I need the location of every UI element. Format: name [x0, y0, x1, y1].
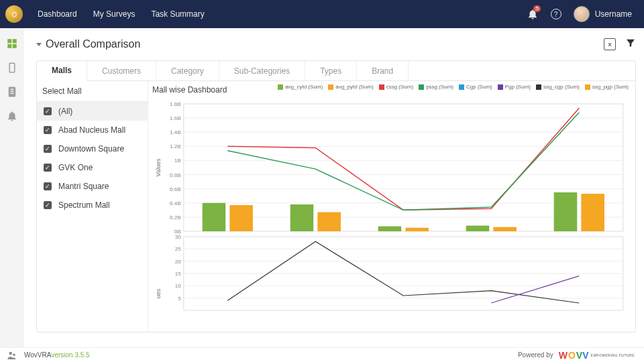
top-nav: Dashboard My Surveys Task Summary — [38, 9, 205, 19]
mall-label: Abad Nucleus Mall — [58, 125, 125, 135]
vendor-logo: WOVV EMPOWERING FUTURE — [559, 350, 635, 361]
svg-text:0.4B: 0.4B — [170, 200, 181, 206]
mall-option[interactable]: Mantri Square — [37, 177, 148, 196]
mall-option[interactable]: GVK One — [37, 158, 148, 177]
svg-rect-36 — [581, 194, 604, 231]
tab-malls[interactable]: Malls — [37, 61, 87, 81]
funnel-icon — [625, 38, 636, 48]
svg-rect-34 — [493, 227, 517, 231]
sidebar-clipboard2-icon[interactable] — [6, 86, 18, 98]
svg-text:20: 20 — [175, 259, 182, 265]
svg-text:0.2B: 0.2B — [170, 215, 181, 221]
svg-text:Values: Values — [155, 158, 162, 176]
help-button[interactable]: ? — [551, 9, 561, 19]
svg-text:25: 25 — [175, 246, 182, 252]
checkbox-checked-icon — [44, 182, 52, 190]
username-label[interactable]: Username — [595, 9, 632, 19]
checkbox-checked-icon — [44, 107, 52, 115]
avatar[interactable] — [574, 6, 590, 22]
mall-selector: Select Mall (All) Abad Nucleus Mall Down… — [37, 81, 148, 332]
footer: WovVRA version 3.5.5 Powered by WOVV EMP… — [0, 347, 644, 362]
svg-text:0.8B: 0.8B — [170, 172, 181, 178]
svg-text:0.6B: 0.6B — [170, 186, 181, 192]
svg-rect-29 — [290, 204, 314, 231]
checkbox-checked-icon — [44, 201, 52, 209]
top-bar: ⌬ Dashboard My Surveys Task Summary 5 ? … — [0, 0, 644, 28]
mall-label: Downtown Square — [58, 144, 124, 154]
sidebar-dashboard-icon[interactable] — [6, 38, 18, 50]
svg-rect-1 — [13, 39, 17, 43]
export-excel-button[interactable]: X — [604, 38, 616, 50]
svg-text:30: 30 — [175, 234, 182, 240]
powered-by-label: Powered by — [518, 351, 553, 359]
svg-text:1.4B: 1.4B — [170, 129, 181, 135]
mall-option[interactable]: Downtown Square — [37, 139, 148, 158]
svg-rect-35 — [554, 192, 578, 231]
svg-rect-2 — [7, 44, 11, 48]
svg-rect-27 — [203, 203, 226, 231]
nav-dashboard[interactable]: Dashboard — [38, 9, 77, 19]
svg-text:ues: ues — [155, 288, 162, 298]
svg-text:1B: 1B — [174, 158, 181, 164]
version-label: version 3.5.5 — [51, 351, 89, 359]
mall-label: (All) — [58, 107, 72, 116]
svg-text:15: 15 — [175, 271, 182, 277]
mall-label: GVK One — [58, 163, 93, 172]
page-title: Overall Comparison — [46, 38, 140, 50]
svg-rect-30 — [317, 213, 341, 232]
product-name: WovVRA — [24, 351, 51, 359]
mall-label: Mantri Square — [58, 182, 109, 191]
tab-sub-categories[interactable]: Sub-Categories — [219, 61, 305, 80]
chart-svg: 0B0.2B0.4B0.6B0.8B1B1.2B1.4B1.6B1.8BValu… — [152, 96, 630, 324]
comparison-card: Malls Customers Category Sub-Categories … — [36, 60, 636, 333]
checkbox-checked-icon — [44, 164, 52, 172]
tab-brand[interactable]: Brand — [357, 61, 409, 80]
left-sidebar — [0, 28, 24, 347]
svg-point-51 — [13, 353, 15, 355]
card-tabs: Malls Customers Category Sub-Categories … — [37, 61, 635, 81]
chart-legend: avg_cytd (Sum)avg_pytd (Sum)cssg (Sum)ps… — [278, 84, 629, 90]
notification-badge: 5 — [533, 5, 540, 12]
sidebar-clipboard1-icon[interactable] — [6, 62, 18, 74]
filter-button[interactable] — [625, 38, 636, 51]
notifications-button[interactable]: 5 — [527, 8, 539, 20]
tab-category[interactable]: Category — [156, 61, 219, 80]
brand-logo: ⌬ — [5, 5, 23, 23]
svg-rect-28 — [229, 205, 253, 231]
mall-option-all[interactable]: (All) — [37, 102, 148, 121]
svg-text:5: 5 — [178, 296, 181, 302]
collapse-caret-icon[interactable] — [36, 43, 42, 46]
sidebar-bell-icon[interactable] — [6, 110, 18, 122]
svg-rect-33 — [466, 226, 490, 231]
page-header: Overall Comparison X — [36, 35, 636, 54]
chart-area: Mall wise Dashboard avg_cytd (Sum)avg_py… — [148, 81, 635, 332]
svg-point-50 — [9, 351, 13, 355]
nav-task-summary[interactable]: Task Summary — [151, 9, 204, 19]
nav-my-surveys[interactable]: My Surveys — [93, 9, 136, 19]
mall-option[interactable]: Abad Nucleus Mall — [37, 121, 148, 139]
svg-text:10: 10 — [175, 283, 182, 289]
page-content: Overall Comparison X Malls Customers Cat… — [24, 28, 644, 347]
footer-users-icon — [5, 349, 19, 361]
tab-types[interactable]: Types — [305, 61, 357, 80]
svg-rect-32 — [405, 228, 429, 231]
checkbox-checked-icon — [44, 126, 52, 134]
svg-rect-0 — [7, 39, 11, 43]
svg-text:1.2B: 1.2B — [170, 143, 181, 149]
svg-text:1.8B: 1.8B — [170, 101, 181, 107]
checkbox-checked-icon — [44, 145, 52, 153]
mall-selector-title: Select Mall — [37, 81, 148, 102]
mall-label: Spectrum Mall — [58, 200, 110, 210]
mall-option[interactable]: Spectrum Mall — [37, 196, 148, 215]
svg-text:1.6B: 1.6B — [170, 115, 181, 121]
svg-rect-3 — [13, 44, 17, 48]
tab-customers[interactable]: Customers — [87, 61, 156, 80]
svg-rect-31 — [378, 227, 402, 231]
